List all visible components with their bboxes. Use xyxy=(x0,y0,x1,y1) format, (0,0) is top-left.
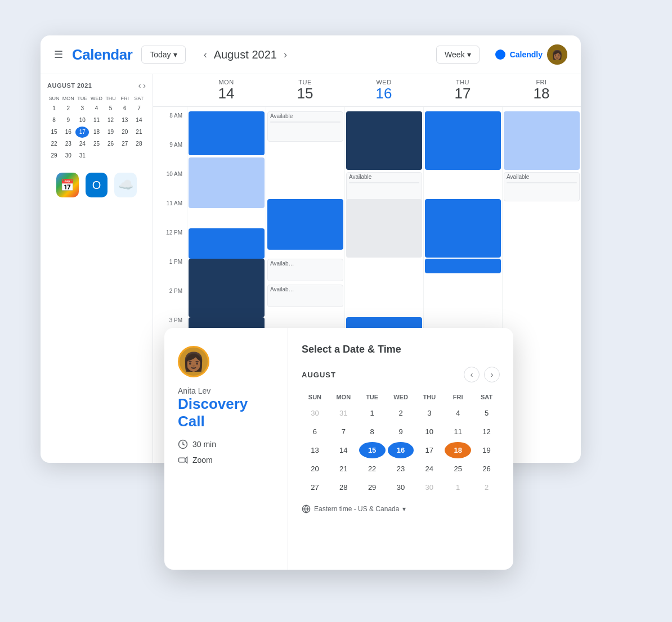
mini-day[interactable]: 20 xyxy=(118,127,132,138)
dp-day[interactable]: 7 xyxy=(330,423,357,440)
calendar-event[interactable] xyxy=(189,228,265,259)
mini-day[interactable]: 13 xyxy=(118,115,132,126)
dp-day[interactable]: 30 xyxy=(416,479,442,495)
dp-day[interactable]: 22 xyxy=(359,461,386,477)
available-slot[interactable]: Available xyxy=(504,172,580,201)
user-avatar[interactable]: 👩🏾 xyxy=(547,44,567,65)
dp-day[interactable]: 26 xyxy=(473,461,500,477)
calendar-event[interactable] xyxy=(189,111,265,155)
dp-day[interactable]: 2 xyxy=(473,479,500,495)
dp-day[interactable]: 13 xyxy=(302,442,328,458)
mini-day[interactable]: 30 xyxy=(61,150,75,161)
dp-day[interactable]: 3 xyxy=(416,405,442,421)
available-slot[interactable]: Availab… xyxy=(267,259,343,281)
calendar-event[interactable] xyxy=(267,199,343,250)
available-slot[interactable]: Available xyxy=(346,172,422,201)
calendar-event[interactable] xyxy=(504,111,580,170)
dp-day[interactable]: 19 xyxy=(473,442,500,458)
mini-day[interactable]: 18 xyxy=(89,127,103,138)
mini-day[interactable]: 3 xyxy=(75,103,89,114)
google-calendar-icon[interactable]: 📅 xyxy=(56,173,79,197)
mini-next-button[interactable]: › xyxy=(143,81,146,90)
dp-day[interactable]: 27 xyxy=(302,479,328,495)
dp-day[interactable]: 1 xyxy=(445,479,471,495)
dp-prev-month-button[interactable]: ‹ xyxy=(464,367,480,382)
month-navigation: ‹ August 2021 › xyxy=(204,48,427,61)
mini-day[interactable]: 22 xyxy=(47,138,61,150)
mini-day[interactable]: 10 xyxy=(75,115,89,126)
mini-day[interactable]: 5 xyxy=(104,103,118,114)
calendar-event[interactable] xyxy=(425,199,501,258)
calendar-event[interactable] xyxy=(425,259,501,273)
mini-day[interactable]: 2 xyxy=(61,103,75,114)
mini-day[interactable]: 21 xyxy=(132,127,146,138)
dp-day[interactable]: 8 xyxy=(359,423,386,440)
mini-day[interactable]: 25 xyxy=(89,138,103,150)
calendar-event[interactable] xyxy=(346,111,422,170)
mini-day[interactable]: 19 xyxy=(104,127,118,138)
dp-day[interactable]: 20 xyxy=(302,461,328,477)
dp-day[interactable]: 5 xyxy=(473,405,500,421)
dp-day-16-selected[interactable]: 16 xyxy=(388,442,414,458)
week-view-button[interactable]: Week ▾ xyxy=(436,46,480,64)
dp-day[interactable]: 2 xyxy=(388,405,414,421)
dp-day[interactable]: 30 xyxy=(388,479,414,495)
dp-day[interactable]: 17 xyxy=(416,442,442,458)
mini-day[interactable]: 23 xyxy=(61,138,75,150)
mini-day[interactable]: 24 xyxy=(75,138,89,150)
dp-day[interactable]: 23 xyxy=(388,461,414,477)
mini-day[interactable]: 12 xyxy=(104,115,118,126)
outlook-icon[interactable]: O xyxy=(86,173,108,197)
timezone-selector[interactable]: Eastern time - US & Canada ▾ xyxy=(302,504,500,513)
available-slot[interactable]: Available xyxy=(267,111,343,142)
dp-day[interactable]: 31 xyxy=(330,405,357,421)
dp-day[interactable]: 12 xyxy=(473,423,500,440)
menu-icon[interactable]: ☰ xyxy=(54,48,63,61)
calendar-event[interactable] xyxy=(425,111,501,170)
platform-label: Zoom xyxy=(192,456,213,465)
dp-day-18-selected[interactable]: 18 xyxy=(445,442,471,458)
mini-day[interactable]: 14 xyxy=(132,115,146,126)
calendar-event[interactable] xyxy=(189,259,265,317)
icloud-icon[interactable]: ☁️ xyxy=(114,173,137,197)
dp-day[interactable]: 4 xyxy=(445,405,471,421)
mini-day[interactable]: 7 xyxy=(132,103,146,114)
mini-day[interactable]: 4 xyxy=(89,103,103,114)
dp-day[interactable]: 21 xyxy=(330,461,357,477)
mini-day[interactable]: 11 xyxy=(89,115,103,126)
calendar-event[interactable] xyxy=(346,199,422,258)
mini-day[interactable]: 31 xyxy=(75,150,89,161)
mini-day[interactable]: 28 xyxy=(132,138,146,150)
mini-day[interactable]: 27 xyxy=(118,138,132,150)
dp-day[interactable]: 9 xyxy=(388,423,414,440)
next-month-button[interactable]: › xyxy=(284,49,287,61)
mini-day[interactable]: 15 xyxy=(47,127,61,138)
dp-day[interactable]: 30 xyxy=(302,405,328,421)
dp-day[interactable]: 6 xyxy=(302,423,328,440)
dp-day[interactable]: 11 xyxy=(445,423,471,440)
dp-day-15-selected[interactable]: 15 xyxy=(359,442,386,458)
day-headers: MON 14 TUE 15 WED 16 THU 17 xyxy=(153,74,581,107)
dp-day[interactable]: 25 xyxy=(445,461,471,477)
mini-prev-button[interactable]: ‹ xyxy=(138,81,141,90)
available-slot[interactable]: Availab… xyxy=(267,285,343,307)
prev-month-button[interactable]: ‹ xyxy=(204,49,207,61)
mini-day[interactable]: 29 xyxy=(47,150,61,161)
calendar-event[interactable] xyxy=(189,157,265,208)
mini-day[interactable]: 16 xyxy=(61,127,75,138)
dp-day[interactable]: 14 xyxy=(330,442,357,458)
mini-day-today[interactable]: 17 xyxy=(75,127,89,138)
dp-day[interactable]: 29 xyxy=(359,479,386,495)
dp-day[interactable]: 10 xyxy=(416,423,442,440)
dp-day[interactable]: 24 xyxy=(416,461,442,477)
dp-day[interactable]: 28 xyxy=(330,479,357,495)
popup-meta: 30 min Zoom xyxy=(178,439,274,465)
mini-day[interactable]: 6 xyxy=(118,103,132,114)
today-button[interactable]: Today ▾ xyxy=(141,46,185,64)
mini-day[interactable]: 1 xyxy=(47,103,61,114)
dp-next-month-button[interactable]: › xyxy=(484,367,500,382)
mini-day[interactable]: 26 xyxy=(104,138,118,150)
mini-day[interactable]: 9 xyxy=(61,115,75,126)
dp-day[interactable]: 1 xyxy=(359,405,386,421)
mini-day[interactable]: 8 xyxy=(47,115,61,126)
